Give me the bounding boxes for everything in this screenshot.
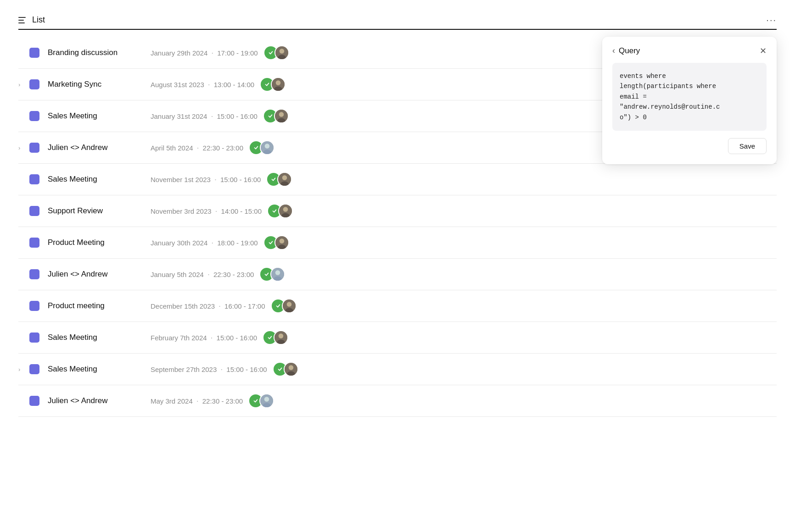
svg-point-18 (282, 175, 287, 180)
avatars (276, 362, 298, 377)
separator: · (211, 48, 213, 58)
svg-point-8 (267, 113, 274, 119)
avatars (266, 330, 288, 345)
event-time: 15:00 - 16:00 (226, 366, 267, 373)
event-time: 15:00 - 16:00 (220, 176, 261, 183)
avatars (267, 235, 289, 250)
event-time: 22:30 - 23:00 (202, 397, 243, 405)
svg-point-16 (270, 176, 277, 183)
event-time: 22:30 - 23:00 (213, 271, 254, 278)
event-date: May 3rd 2024 (151, 397, 193, 405)
event-color-dot (29, 364, 39, 374)
svg-point-34 (286, 302, 291, 307)
list-item[interactable]: ›Sales MeetingSeptember 27th 2023 · 15:0… (18, 354, 777, 385)
avatar-person-2 (274, 330, 288, 345)
event-name: Julien <> Andrew (48, 270, 140, 279)
header-left: List (18, 15, 45, 25)
save-button[interactable]: Save (728, 138, 767, 154)
expand-button[interactable]: › (18, 366, 29, 373)
event-date: January 30th 2024 (151, 239, 207, 247)
avatar-person-1 (260, 140, 274, 155)
event-color-dot (29, 174, 39, 184)
event-date: December 15th 2023 (151, 302, 215, 310)
svg-point-14 (265, 144, 270, 149)
event-color-dot (29, 48, 39, 58)
event-name: Sales Meeting (48, 365, 140, 374)
event-color-dot (29, 269, 39, 279)
avatar-person-2 (284, 362, 298, 377)
event-date: November 1st 2023 (151, 176, 211, 183)
avatar-person-2 (282, 299, 297, 313)
event-color-dot (29, 396, 39, 406)
avatar-person-2 (274, 235, 289, 250)
list-item[interactable]: Support ReviewNovember 3rd 2023 · 14:00 … (18, 195, 777, 227)
query-panel-close-button[interactable]: ✕ (760, 47, 767, 55)
query-panel-back-button[interactable]: ‹ (612, 46, 615, 55)
event-name: Product Meeting (48, 238, 140, 247)
event-color-dot (29, 111, 39, 121)
page-title: List (32, 15, 45, 25)
svg-point-40 (277, 366, 283, 372)
separator: · (196, 396, 199, 406)
svg-point-0 (268, 50, 274, 56)
event-color-dot (29, 143, 39, 153)
separator: · (220, 365, 223, 374)
event-name: Sales Meeting (48, 175, 140, 184)
svg-point-42 (288, 365, 293, 370)
header: List ··· (18, 15, 777, 30)
avatars (270, 172, 292, 187)
avatar-person-2 (278, 204, 293, 218)
header-menu-button[interactable]: ··· (766, 15, 777, 25)
list-item[interactable]: Product meetingDecember 15th 2023 · 16:0… (18, 290, 777, 322)
svg-point-44 (252, 398, 259, 404)
query-panel-header: ‹ Query ✕ (612, 46, 767, 55)
event-date: February 7th 2024 (151, 334, 207, 342)
svg-point-32 (275, 303, 281, 309)
event-time: 16:00 - 17:00 (224, 302, 265, 310)
event-date: September 27th 2023 (151, 366, 217, 373)
list-item[interactable]: Julien <> AndrewMay 3rd 2024 · 22:30 - 2… (18, 385, 777, 417)
list-item[interactable]: Product MeetingJanuary 30th 2024 · 18:00… (18, 227, 777, 259)
svg-point-2 (279, 49, 284, 54)
list-item[interactable]: Julien <> AndrewJanuary 5th 2024 · 22:30… (18, 259, 777, 290)
event-time: 18:00 - 19:00 (217, 239, 258, 247)
event-time: 14:00 - 15:00 (221, 207, 262, 215)
expand-button[interactable]: › (18, 81, 29, 88)
svg-point-22 (283, 207, 288, 212)
avatar-person-1 (259, 393, 274, 408)
svg-point-46 (264, 397, 269, 402)
list-item[interactable]: Sales MeetingNovember 1st 2023 · 15:00 -… (18, 164, 777, 195)
list-item[interactable]: Sales MeetingFebruary 7th 2024 · 15:00 -… (18, 322, 777, 354)
event-color-dot (29, 206, 39, 216)
separator: · (215, 206, 218, 216)
event-name: Julien <> Andrew (48, 143, 140, 152)
event-date: January 29th 2024 (151, 49, 207, 57)
svg-point-28 (263, 271, 270, 277)
query-panel-footer: Save (612, 138, 767, 154)
avatars (267, 45, 289, 60)
avatar-person-2 (277, 172, 292, 187)
expand-button[interactable]: › (18, 144, 29, 151)
event-time: 22:30 - 23:00 (203, 144, 243, 152)
avatars (271, 204, 293, 218)
event-date: April 5th 2024 (151, 144, 193, 152)
separator: · (218, 301, 221, 311)
avatars (267, 109, 289, 123)
event-name: Product meeting (48, 301, 140, 310)
event-time: 15:00 - 16:00 (217, 112, 257, 120)
avatar-person-1 (270, 267, 285, 282)
svg-point-30 (275, 270, 280, 275)
svg-point-38 (279, 333, 284, 338)
svg-point-12 (253, 144, 259, 151)
list-icon (18, 17, 28, 23)
svg-point-24 (268, 239, 274, 246)
svg-point-6 (276, 80, 281, 85)
event-name: Sales Meeting (48, 333, 140, 342)
event-time: 17:00 - 19:00 (217, 49, 258, 57)
event-date: January 5th 2024 (151, 271, 204, 278)
event-time: 15:00 - 16:00 (217, 334, 257, 342)
query-code-block[interactable]: events where length(participants where e… (612, 63, 767, 131)
avatars (252, 393, 274, 408)
event-color-dot (29, 79, 39, 89)
event-name: Julien <> Andrew (48, 396, 140, 405)
